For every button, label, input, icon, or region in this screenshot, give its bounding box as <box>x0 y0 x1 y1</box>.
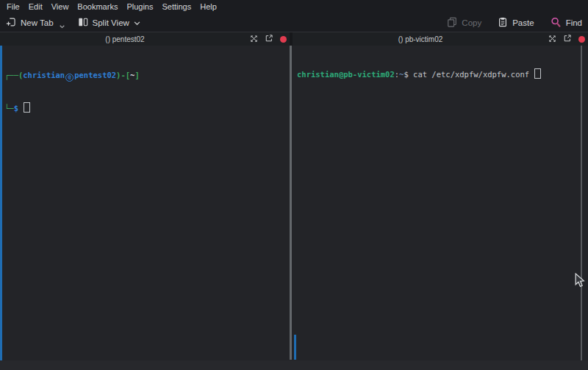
prompt-frame-mid: )-[ <box>116 71 130 79</box>
maximize-view-icon[interactable] <box>548 32 556 46</box>
pane-splitter[interactable] <box>290 46 292 360</box>
terminal-cursor <box>534 68 541 79</box>
menu-plugins[interactable]: Plugins <box>122 0 157 14</box>
paste-label: Paste <box>512 18 534 27</box>
terminal-cursor <box>24 102 30 113</box>
copy-label: Copy <box>462 18 481 27</box>
right-terminal-scrollbar[interactable] <box>294 335 296 360</box>
left-terminal-output: ┌──(christian@pentest02)-[~] └─$ <box>4 49 140 134</box>
menu-bookmarks[interactable]: Bookmarks <box>73 0 122 14</box>
prompt-host: pentest02 <box>74 71 116 79</box>
prompt-user: christian <box>23 71 65 79</box>
copy-button[interactable]: Copy <box>447 17 481 29</box>
chevron-down-icon <box>134 18 140 27</box>
maximize-view-icon[interactable] <box>250 32 258 46</box>
menu-help[interactable]: Help <box>196 0 221 14</box>
menu-file[interactable]: File <box>2 0 24 14</box>
close-view-button[interactable] <box>280 36 287 43</box>
find-button[interactable]: Find <box>551 17 582 29</box>
toolbar: New Tab Split View Copy Paste <box>0 14 588 32</box>
pane-header-row: () pentest02 () pb-victim02 <box>0 32 588 46</box>
right-edge-divider[interactable] <box>581 46 582 360</box>
new-tab-caret-icon <box>60 21 65 30</box>
prompt-frame-close: ] <box>135 71 139 79</box>
new-tab-icon <box>6 17 16 29</box>
right-terminal-output: christian@pb-victim02:~$ cat /etc/xdpfw/… <box>297 48 541 100</box>
prompt-frame-bottom: └─ <box>4 104 14 113</box>
terminal-left[interactable]: ┌──(christian@pentest02)-[~] └─$ <box>0 46 290 360</box>
kali-prompt-line2: └─$ <box>4 102 140 113</box>
menubar: File Edit View Bookmarks Plugins Setting… <box>0 0 588 14</box>
pane-header-right[interactable]: () pb-victim02 <box>293 32 588 46</box>
prompt-dollar: $ <box>404 70 413 79</box>
circled-at-icon: @ <box>65 74 74 82</box>
konsole-window: File Edit View Bookmarks Plugins Setting… <box>0 0 588 370</box>
terminal-right[interactable]: christian@pb-victim02:~$ cat /etc/xdpfw/… <box>293 46 588 360</box>
menu-view[interactable]: View <box>47 0 74 14</box>
right-pane-title: () pb-victim02 <box>293 35 548 43</box>
paste-button[interactable]: Paste <box>498 17 534 29</box>
menu-edit[interactable]: Edit <box>24 0 47 14</box>
split-view-button[interactable]: Split View <box>78 17 140 29</box>
paste-icon <box>498 17 508 29</box>
left-pane-title: () pentest02 <box>0 35 250 43</box>
detach-view-icon[interactable] <box>563 32 572 46</box>
kali-prompt-line1: ┌──(christian@pentest02)-[~] <box>4 70 140 82</box>
left-terminal-scrollbar[interactable] <box>0 46 2 360</box>
prompt-user-host: christian@pb-victim02 <box>297 70 395 79</box>
detach-view-icon[interactable] <box>265 32 273 46</box>
find-label: Find <box>566 18 582 27</box>
menu-settings[interactable]: Settings <box>157 0 196 14</box>
new-tab-button[interactable]: New Tab <box>6 15 65 30</box>
split-view-label: Split View <box>93 18 129 27</box>
split-view-icon <box>78 17 88 29</box>
typed-command: cat /etc/xdpfw/xdpfw.conf <box>413 70 534 79</box>
new-tab-label: New Tab <box>21 18 54 27</box>
window-bottom-strip <box>0 360 588 370</box>
find-icon <box>551 17 562 29</box>
bash-prompt-line: christian@pb-victim02:~$ cat /etc/xdpfw/… <box>297 68 541 79</box>
prompt-frame-open: ┌──( <box>4 71 23 79</box>
pane-header-left[interactable]: () pentest02 <box>0 32 290 46</box>
prompt-dollar: $ <box>14 104 24 113</box>
copy-icon <box>447 17 457 29</box>
close-view-button[interactable] <box>578 36 585 43</box>
